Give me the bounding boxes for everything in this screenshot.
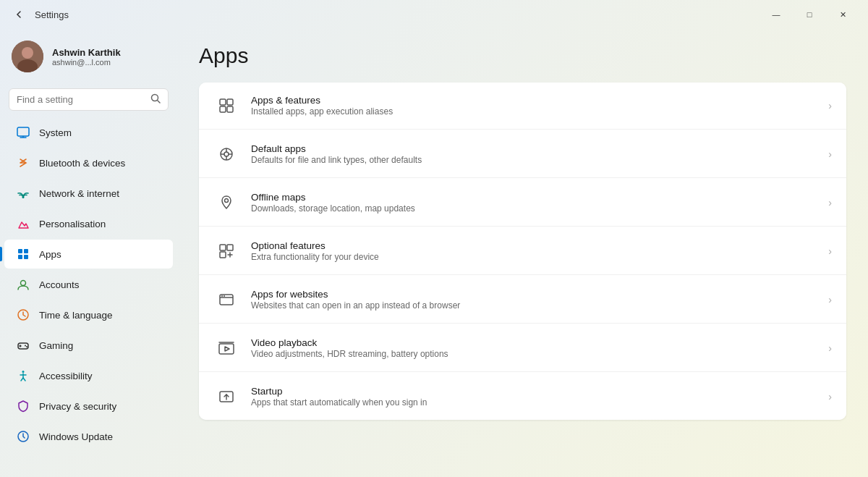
close-button[interactable]: ✕ xyxy=(826,3,859,26)
titlebar-left: Settings xyxy=(9,4,69,25)
sidebar-item-personalisation[interactable]: Personalisation xyxy=(4,209,173,238)
chevron-icon: › xyxy=(828,294,832,305)
apps-websites-icon xyxy=(213,287,239,313)
search-box[interactable] xyxy=(9,88,169,111)
titlebar: Settings — □ ✕ xyxy=(0,0,868,29)
apps-websites-title: Apps for websites xyxy=(251,289,828,300)
sidebar-item-update[interactable]: Windows Update xyxy=(4,422,173,451)
svg-point-32 xyxy=(225,199,229,203)
optional-features-title: Optional features xyxy=(251,240,828,251)
minimize-button[interactable]: — xyxy=(760,3,793,26)
apps-websites-text: Apps for websites Websites that can open… xyxy=(251,289,828,311)
user-info: Ashwin Karthik ashwin@...l.com xyxy=(52,47,121,67)
sidebar-label-privacy: Privacy & security xyxy=(39,401,116,412)
apps-websites-desc: Websites that can open in an app instead… xyxy=(251,300,828,311)
sidebar-item-time[interactable]: Time & language xyxy=(4,300,173,329)
svg-rect-35 xyxy=(220,252,226,258)
svg-point-1 xyxy=(22,47,33,59)
svg-rect-10 xyxy=(24,249,28,253)
svg-point-27 xyxy=(224,152,229,156)
sidebar-item-privacy[interactable]: Privacy & security xyxy=(4,392,173,421)
default-apps-text: Default apps Defaults for file and link … xyxy=(251,143,828,165)
offline-maps-icon xyxy=(213,190,239,216)
chevron-icon: › xyxy=(828,100,832,111)
settings-item-apps-websites[interactable]: Apps for websites Websites that can open… xyxy=(199,277,846,324)
chevron-icon: › xyxy=(828,148,832,160)
settings-item-optional-features[interactable]: Optional features Extra functionality fo… xyxy=(199,228,846,275)
svg-rect-23 xyxy=(227,99,233,105)
svg-rect-12 xyxy=(24,255,28,259)
sidebar-item-network[interactable]: Network & internet xyxy=(4,179,173,208)
bluetooth-icon xyxy=(16,156,30,170)
chevron-icon: › xyxy=(828,197,832,208)
main-content: Apps Apps & features Installed apps, app… xyxy=(177,29,868,477)
default-apps-title: Default apps xyxy=(251,143,828,154)
sidebar-label-system: System xyxy=(39,127,72,138)
system-icon xyxy=(16,125,30,140)
video-playback-icon xyxy=(213,335,239,361)
offline-maps-title: Offline maps xyxy=(251,192,828,203)
sidebar-label-time: Time & language xyxy=(39,310,113,321)
privacy-icon xyxy=(16,399,30,413)
svg-rect-11 xyxy=(18,255,22,259)
search-input[interactable] xyxy=(17,94,145,105)
video-playback-title: Video playback xyxy=(251,337,828,348)
user-email: ashwin@...l.com xyxy=(52,58,121,67)
sidebar-label-accounts: Accounts xyxy=(39,279,80,290)
sidebar-label-personalisation: Personalisation xyxy=(39,219,106,229)
apps-features-title: Apps & features xyxy=(251,95,828,106)
svg-rect-5 xyxy=(17,127,29,136)
svg-rect-42 xyxy=(219,344,234,354)
sidebar-item-gaming[interactable]: Gaming xyxy=(4,331,173,360)
settings-item-apps-features[interactable]: Apps & features Installed apps, app exec… xyxy=(199,83,846,130)
settings-item-offline-maps[interactable]: Offline maps Downloads, storage location… xyxy=(199,180,846,227)
sidebar-item-bluetooth[interactable]: Bluetooth & devices xyxy=(4,148,173,177)
optional-features-text: Optional features Extra functionality fo… xyxy=(251,240,828,262)
sidebar-label-update: Windows Update xyxy=(39,431,113,442)
default-apps-desc: Defaults for file and link types, other … xyxy=(251,155,828,165)
offline-maps-desc: Downloads, storage location, map updates xyxy=(251,203,828,214)
default-apps-icon xyxy=(213,141,239,167)
startup-desc: Apps that start automatically when you s… xyxy=(251,397,828,408)
offline-maps-text: Offline maps Downloads, storage location… xyxy=(251,192,828,214)
optional-features-icon xyxy=(213,238,239,264)
svg-rect-25 xyxy=(227,106,233,112)
sidebar-item-apps[interactable]: Apps xyxy=(4,240,173,269)
app-window: Ashwin Karthik ashwin@...l.com xyxy=(0,29,868,477)
settings-item-startup[interactable]: Startup Apps that start automatically wh… xyxy=(199,373,846,420)
svg-point-18 xyxy=(25,345,26,347)
startup-text: Startup Apps that start automatically wh… xyxy=(251,386,828,408)
chevron-icon: › xyxy=(828,342,832,354)
apps-icon xyxy=(16,247,30,261)
sidebar-item-accounts[interactable]: Accounts xyxy=(4,270,173,299)
settings-item-default-apps[interactable]: Default apps Defaults for file and link … xyxy=(199,131,846,178)
titlebar-controls: — □ ✕ xyxy=(760,3,859,26)
avatar xyxy=(12,41,43,72)
accounts-icon xyxy=(16,277,30,292)
settings-item-video-playback[interactable]: Video playback Video adjustments, HDR st… xyxy=(199,325,846,372)
sidebar-label-bluetooth: Bluetooth & devices xyxy=(39,158,125,169)
svg-point-41 xyxy=(224,295,225,297)
back-button[interactable] xyxy=(9,4,29,25)
apps-features-icon xyxy=(213,93,239,119)
user-name: Ashwin Karthik xyxy=(52,47,121,58)
sidebar-item-accessibility[interactable]: Accessibility xyxy=(4,361,173,390)
optional-features-desc: Extra functionality for your device xyxy=(251,252,828,262)
svg-rect-22 xyxy=(220,99,226,105)
svg-point-40 xyxy=(221,295,223,297)
svg-point-20 xyxy=(22,371,25,373)
time-icon xyxy=(16,308,30,322)
sidebar-item-system[interactable]: System xyxy=(4,118,173,147)
startup-icon xyxy=(213,384,239,410)
maximize-button[interactable]: □ xyxy=(793,3,826,26)
svg-rect-24 xyxy=(220,106,226,112)
accessibility-icon xyxy=(16,368,30,383)
sidebar-label-network: Network & internet xyxy=(39,188,119,199)
chevron-icon: › xyxy=(828,245,832,257)
user-section[interactable]: Ashwin Karthik ashwin@...l.com xyxy=(0,35,177,84)
svg-marker-44 xyxy=(225,347,229,351)
svg-point-13 xyxy=(21,281,26,286)
page-title: Apps xyxy=(199,43,846,68)
svg-rect-34 xyxy=(227,245,233,250)
svg-line-4 xyxy=(158,101,161,104)
